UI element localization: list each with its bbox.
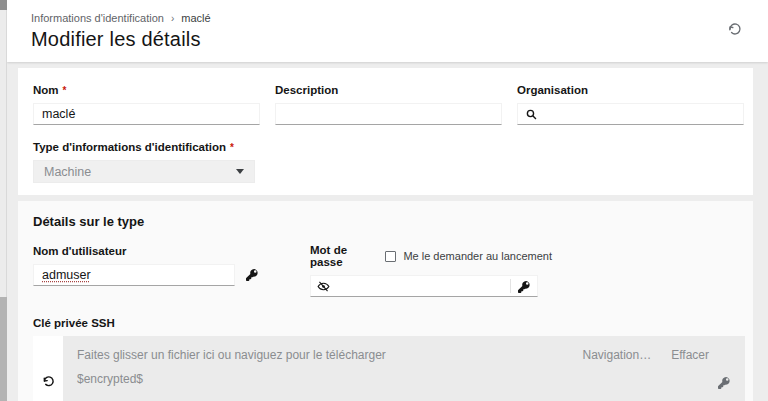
password-input[interactable] [310,275,538,297]
type-details-card: Détails sur le type Nom d'utilisateur ad… [18,201,753,401]
username-input[interactable]: admuser [33,264,235,286]
name-label: Nom* [33,84,260,96]
required-asterisk: * [230,142,234,153]
password-field-group: Mot de passe Me le demander au lancement [310,244,538,297]
required-asterisk: * [63,85,67,96]
description-field-group: Description [275,84,502,125]
breadcrumb-separator: › [171,13,174,24]
ssh-key-upload: Faites glisser un fichier ici ou navigue… [33,336,745,401]
organization-label: Organisation [517,84,744,96]
username-field-group: Nom d'utilisateur admuser [33,244,277,297]
ssh-key-gutter [33,336,63,401]
type-details-heading: Détails sur le type [33,214,744,229]
organization-field-group: Organisation [517,84,744,125]
name-input[interactable]: maclé [33,103,260,125]
scroll-up-arrow[interactable] [0,0,7,10]
details-card: Nom* maclé Description Organisation [18,68,753,195]
username-label: Nom d'utilisateur [33,245,126,257]
ssh-key-value[interactable]: $encrypted$ [77,367,731,391]
eye-slash-icon[interactable] [317,280,330,293]
page-header: Informations d'identification › maclé Mo… [7,0,768,62]
breadcrumb-current: maclé [181,12,210,24]
breadcrumb: Informations d'identification › maclé [31,12,768,24]
file-actions: Navigation… Effacer [582,343,709,367]
ssh-key-label: Clé privée SSH [33,317,744,329]
undo-icon[interactable] [42,375,55,388]
credential-type-dropdown[interactable]: Machine [33,160,255,183]
scrollbar-thumb[interactable] [0,297,7,401]
prompt-on-launch-label: Me le demander au lancement [403,250,552,262]
prompt-on-launch-checkbox[interactable] [385,251,396,262]
history-icon[interactable] [728,22,746,40]
ssh-key-field-group: Clé privée SSH Faites glisser un fichier… [33,317,744,401]
credential-type-field-group: Type d'informations d'identification* Ma… [33,141,744,183]
name-field-group: Nom* maclé [33,84,260,125]
vertical-scrollbar[interactable] [0,0,7,401]
description-input[interactable] [275,103,502,125]
input-divider [510,279,511,293]
chevron-down-icon [236,169,244,174]
key-icon[interactable] [715,374,733,392]
clear-button[interactable]: Effacer [671,343,709,367]
credential-type-label: Type d'informations d'identification* [33,141,744,153]
prompt-on-launch-group: Me le demander au lancement [385,250,552,262]
password-label: Mot de passe [310,244,371,268]
key-icon[interactable] [515,278,533,296]
main-content: Nom* maclé Description Organisation [7,62,768,401]
organization-input[interactable] [517,103,744,125]
key-icon[interactable] [243,266,261,284]
breadcrumb-credentials-link[interactable]: Informations d'identification [31,12,164,24]
page-title: Modifier les détails [31,28,768,51]
search-icon [526,109,537,120]
browse-button[interactable]: Navigation… [582,343,651,367]
description-label: Description [275,84,502,96]
ssh-key-dropzone[interactable]: Faites glisser un fichier ici ou navigue… [63,336,745,401]
